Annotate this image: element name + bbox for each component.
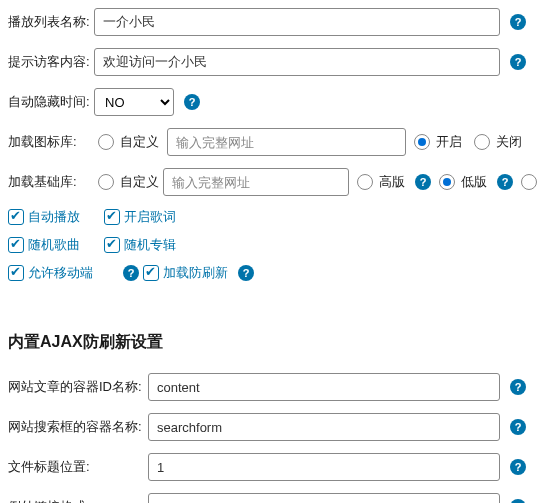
baselib-close-radio[interactable] [521,174,537,190]
allow-mobile-label: 允许移动端 [28,264,93,282]
baselib-url-input[interactable] [163,168,349,196]
iconlib-open-radio[interactable] [414,134,430,150]
help-icon[interactable]: ? [510,419,526,435]
iconlib-custom-label: 自定义 [120,133,159,151]
iconlib-url-input[interactable] [167,128,406,156]
visitor-msg-label: 提示访客内容: [8,53,94,71]
baselib-custom-label: 自定义 [120,173,159,191]
anti-refresh-checkbox[interactable] [143,265,159,281]
help-icon[interactable]: ? [510,379,526,395]
auto-hide-select[interactable]: NO [94,88,174,116]
anti-refresh-label: 加载防刷新 [163,264,228,282]
help-icon[interactable]: ? [510,54,526,70]
baselib-high-radio[interactable] [357,174,373,190]
autoplay-label: 自动播放 [28,208,80,226]
external-link-label: 例外链接格式: [8,498,148,503]
iconlib-close-radio[interactable] [474,134,490,150]
help-icon[interactable]: ? [415,174,431,190]
iconlib-custom-radio[interactable] [98,134,114,150]
help-icon[interactable]: ? [510,459,526,475]
help-icon[interactable]: ? [510,499,526,503]
iconlib-label: 加载图标库: [8,133,94,151]
baselib-custom-radio[interactable] [98,174,114,190]
search-container-input[interactable] [148,413,500,441]
playlist-name-label: 播放列表名称: [8,13,94,31]
lyrics-checkbox[interactable] [104,209,120,225]
external-link-input[interactable] [148,493,500,503]
title-pos-input[interactable] [148,453,500,481]
random-album-checkbox[interactable] [104,237,120,253]
container-id-label: 网站文章的容器ID名称: [8,378,148,396]
random-album-label: 随机专辑 [124,236,176,254]
lyrics-label: 开启歌词 [124,208,176,226]
help-icon[interactable]: ? [184,94,200,110]
iconlib-open-label: 开启 [436,133,462,151]
playlist-name-input[interactable] [94,8,500,36]
container-id-input[interactable] [148,373,500,401]
visitor-msg-input[interactable] [94,48,500,76]
random-song-checkbox[interactable] [8,237,24,253]
title-pos-label: 文件标题位置: [8,458,148,476]
help-icon[interactable]: ? [123,265,139,281]
iconlib-close-label: 关闭 [496,133,522,151]
auto-hide-label: 自动隐藏时间: [8,93,94,111]
baselib-high-label: 高版 [379,173,405,191]
allow-mobile-checkbox[interactable] [8,265,24,281]
baselib-low-label: 低版 [461,173,487,191]
help-icon[interactable]: ? [510,14,526,30]
ajax-section-title: 内置AJAX防刷新设置 [8,332,526,353]
help-icon[interactable]: ? [238,265,254,281]
baselib-label: 加载基础库: [8,173,94,191]
help-icon[interactable]: ? [497,174,513,190]
search-container-label: 网站搜索框的容器名称: [8,418,148,436]
autoplay-checkbox[interactable] [8,209,24,225]
baselib-low-radio[interactable] [439,174,455,190]
random-song-label: 随机歌曲 [28,236,80,254]
